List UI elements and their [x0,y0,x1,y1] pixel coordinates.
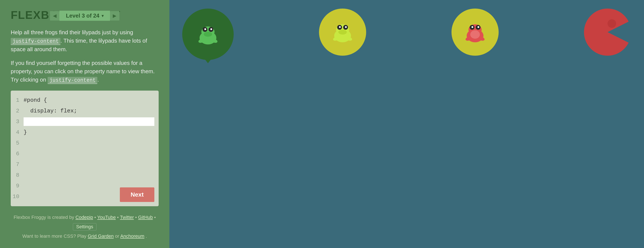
line-num-8: 8 [11,172,24,178]
lily-pad-2 [319,8,366,56]
frog-2-icon [328,17,358,47]
frog-2-container [319,8,366,56]
line-num-3: 3 [11,118,24,125]
eaten-shape [584,8,631,56]
svg-point-30 [608,19,616,28]
lily-pad-3 [452,8,499,56]
github-link[interactable]: GitHub [138,215,153,220]
level-display[interactable]: Level 3 of 24 ▾ [60,11,110,21]
description-1: Help all three frogs find their lilypads… [11,28,159,53]
youtube-link[interactable]: YouTube [97,215,116,220]
code-line-8: 8 [11,170,159,181]
svg-point-22 [472,26,473,28]
footer-bullet-2: • [117,215,119,220]
svg-point-15 [338,30,347,34]
grid-garden-link[interactable]: Grid Garden [88,234,114,239]
codepip-link[interactable]: Codepip [76,215,93,220]
justify-content-link-1[interactable]: justify-content [11,38,60,45]
footer-learn-text: Want to learn more CSS? Play [22,234,86,239]
frog-3-icon [460,17,490,47]
frog-3-container [452,8,499,56]
svg-point-5 [210,28,212,30]
line-num-10: 10 [11,193,24,200]
footer: Flexbox Froggy is created by Codepip • Y… [11,213,159,241]
code-text-4: } [24,129,27,136]
css-input[interactable] [24,117,154,126]
lily-pad-1 [182,8,234,60]
line-num-4: 4 [11,129,24,136]
code-line-7: 7 [11,159,159,170]
code-line-1: 1 #pond { [11,95,159,106]
right-panel [169,0,644,248]
line-num-9: 9 [11,183,24,189]
footer-line-2: Want to learn more CSS? Play Grid Garden… [11,232,159,241]
svg-point-23 [478,26,479,28]
footer-bullet-3: • [135,215,137,220]
prev-level-button[interactable]: ◀ [50,11,60,20]
frog-4-container [584,8,631,56]
svg-point-13 [339,26,341,28]
level-text: Level 3 of 24 [66,12,99,19]
footer-or: or [115,234,119,239]
footer-created-text: Flexbox Froggy is created by [14,215,74,220]
footer-bullet-1: • [94,215,96,220]
twitter-link[interactable]: Twitter [120,215,134,220]
footer-bullet-4: • [154,215,156,220]
code-line-5: 5 [11,138,159,148]
svg-point-14 [345,26,347,28]
justify-content-link-2[interactable]: justify-content [48,77,97,84]
frog-1-container [182,8,234,60]
svg-point-4 [204,28,206,30]
desc-text-1: Help all three frogs find their lilypads… [11,29,133,35]
code-line-4: 4 } [11,127,159,138]
footer-line-1: Flexbox Froggy is created by Codepip • Y… [11,213,159,232]
left-panel: Flexbox Froggy ◀ Level 3 of 24 ▾ ▶ Help … [0,0,169,248]
code-editor: 1 #pond { 2 display: flex; 3 4 } 5 6 7 8 [11,91,159,206]
settings-button[interactable]: Settings [73,223,96,231]
code-text-1: #pond { [24,97,47,103]
code-line-2: 2 display: flex; [11,106,159,116]
frog-1-icon [193,19,223,49]
line-num-2: 2 [11,108,24,114]
code-input-row: 3 [11,116,159,127]
line-num-6: 6 [11,151,24,157]
line-num-1: 1 [11,97,24,103]
svg-point-6 [204,32,212,37]
eaten-shape-svg [584,8,631,56]
next-button[interactable]: Next [120,187,154,202]
chevron-down-icon: ▾ [102,13,104,18]
level-selector: ◀ Level 3 of 24 ▾ ▶ [50,11,119,21]
code-line-6: 6 [11,148,159,159]
description-2: If you find yourself forgetting the poss… [11,59,159,84]
footer-period: . [146,234,147,239]
svg-point-24 [470,30,480,39]
line-num-5: 5 [11,140,24,146]
line-num-7: 7 [11,161,24,168]
next-level-button[interactable]: ▶ [110,11,120,20]
anchoreum-link[interactable]: Anchoreum [120,234,144,239]
desc-text-4: . [97,76,99,83]
code-text-2: display: flex; [24,108,77,114]
